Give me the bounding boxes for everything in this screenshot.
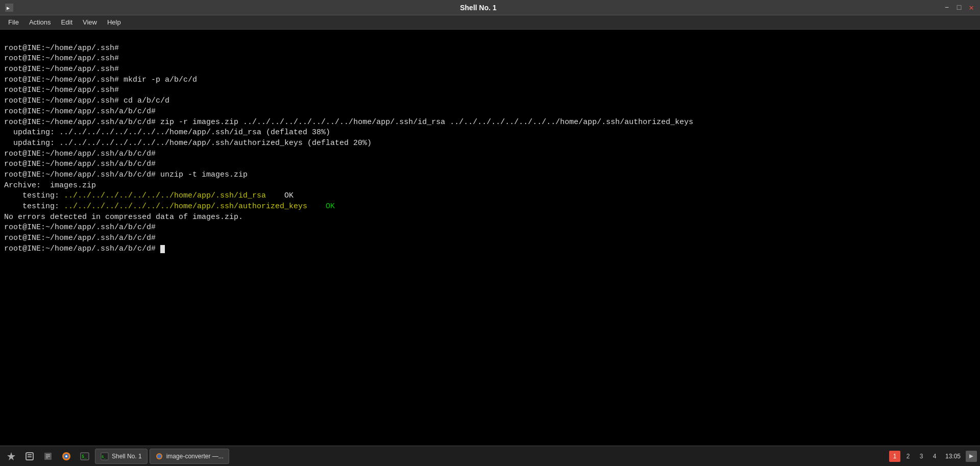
window-controls: − □ ✕ (942, 3, 976, 12)
taskbar-app-converter[interactable]: image-converter —... (150, 449, 229, 464)
terminal-area[interactable]: root@INE:~/home/app/.ssh# root@INE:~/hom… (0, 30, 980, 446)
workspace-4-button[interactable]: 4 (929, 451, 940, 462)
svg-text:▶: ▶ (7, 5, 10, 11)
svg-text:$_: $_ (102, 455, 106, 459)
taskbar-app-shell[interactable]: $_ Shell No. 1 (95, 449, 148, 464)
menu-edit[interactable]: Edit (56, 17, 78, 27)
system-clock: 13:05 (942, 453, 964, 460)
terminal-output: root@INE:~/home/app/.ssh# root@INE:~/hom… (4, 33, 976, 265)
menu-view[interactable]: View (78, 17, 102, 27)
taskbar-right: 1 2 3 4 13:05 (889, 451, 977, 462)
svg-rect-5 (28, 456, 32, 457)
svg-marker-19 (969, 454, 973, 458)
workspace-2-button[interactable]: 2 (902, 451, 914, 462)
converter-app-label: image-converter —... (166, 453, 224, 460)
titlebar: ▶ Shell No. 1 − □ ✕ (0, 0, 980, 15)
terminal-titlebar-icon: ▶ (4, 3, 14, 13)
taskbar-settings-icon[interactable] (3, 448, 19, 464)
svg-marker-2 (7, 452, 15, 460)
taskbar-editor-icon[interactable] (40, 448, 56, 464)
taskbar: $_ $_ Shell No. 1 image-converter —... 1… (0, 446, 980, 466)
workspace-1-button[interactable]: 1 (889, 451, 900, 462)
shell-app-icon: $_ (101, 452, 109, 460)
svg-rect-4 (28, 454, 32, 455)
maximize-button[interactable]: □ (954, 3, 964, 12)
shell-app-label: Shell No. 1 (112, 453, 142, 460)
taskbar-firefox-icon[interactable] (58, 448, 75, 464)
menu-actions[interactable]: Actions (24, 17, 56, 27)
menubar: File Actions Edit View Help (0, 15, 980, 30)
svg-point-12 (65, 455, 67, 457)
window-title: Shell No. 1 (14, 4, 942, 12)
close-button[interactable]: ✕ (967, 3, 976, 12)
menu-help[interactable]: Help (102, 17, 126, 27)
menu-file[interactable]: File (3, 17, 24, 27)
taskbar-files-icon[interactable] (21, 448, 38, 464)
svg-point-18 (157, 454, 161, 458)
svg-text:$_: $_ (82, 454, 87, 459)
titlebar-left: ▶ (4, 3, 14, 13)
workspace-3-button[interactable]: 3 (916, 451, 927, 462)
taskbar-terminal-icon[interactable]: $_ (77, 448, 93, 464)
taskbar-end-button[interactable] (966, 451, 977, 462)
minimize-button[interactable]: − (942, 3, 951, 12)
firefox-app-icon (155, 452, 163, 460)
